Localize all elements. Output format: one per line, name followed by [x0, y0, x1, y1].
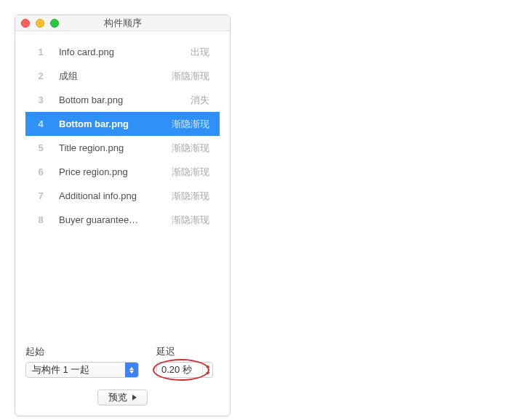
item-index: 7: [33, 190, 49, 201]
step-up-icon[interactable]: [203, 363, 212, 370]
list-item[interactable]: 7 Additional info.png 渐隐渐现: [25, 184, 220, 208]
item-effect: 渐隐渐现: [172, 70, 212, 83]
close-button[interactable]: [21, 19, 30, 28]
list-item[interactable]: 5 Title region.png 渐隐渐现: [25, 136, 220, 160]
preview-button[interactable]: 预览: [97, 389, 148, 405]
titlebar[interactable]: 构件顺序: [15, 15, 230, 31]
traffic-lights: [15, 19, 59, 28]
item-effect: 渐隐渐现: [172, 142, 212, 155]
minimize-button[interactable]: [36, 19, 44, 28]
list-item-selected[interactable]: 4 Bottom bar.png 渐隐渐现: [25, 112, 220, 136]
list-item[interactable]: 3 Bottom bar.png 消失: [25, 88, 220, 112]
item-index: 2: [33, 70, 49, 81]
start-label: 起始: [25, 345, 139, 358]
preview-label: 预览: [108, 391, 127, 404]
list-item[interactable]: 8 Buyer guarantee… 渐隐渐现: [25, 208, 220, 232]
delay-value: 0.20 秒: [161, 363, 192, 376]
item-name: Title region.png: [49, 142, 172, 153]
item-name: Bottom bar.png: [49, 94, 191, 105]
item-index: 4: [33, 118, 49, 129]
list-item[interactable]: 1 Info card.png 出现: [25, 40, 220, 64]
delay-stepper[interactable]: 0.20 秒: [156, 362, 213, 378]
item-name: Bottom bar.png: [49, 118, 172, 129]
preview-row: 预览: [25, 389, 220, 405]
stepper-arrows: [202, 363, 212, 377]
delay-label: 延迟: [156, 345, 213, 358]
item-name: Buyer guarantee…: [49, 214, 172, 225]
item-index: 1: [33, 47, 49, 57]
start-value: 与构件 1 一起: [32, 363, 89, 376]
step-down-icon[interactable]: [203, 370, 212, 377]
zoom-button[interactable]: [50, 19, 59, 28]
controls: 起始 与构件 1 一起 延迟 0.20 秒: [25, 345, 220, 378]
item-index: 6: [33, 166, 49, 177]
item-effect: 渐隐渐现: [172, 214, 212, 227]
start-select[interactable]: 与构件 1 一起: [25, 362, 139, 378]
spacer: [25, 232, 220, 341]
list-item[interactable]: 2 成组 渐隐渐现: [25, 64, 220, 88]
updown-icon: [125, 363, 138, 377]
item-effect: 渐隐渐现: [172, 190, 212, 203]
item-name: Info card.png: [49, 47, 191, 57]
item-index: 8: [33, 214, 49, 225]
start-control: 起始 与构件 1 一起: [25, 345, 139, 378]
list-item[interactable]: 6 Price region.png 渐隐渐现: [25, 160, 220, 184]
item-name: 成组: [49, 70, 172, 83]
item-effect: 消失: [191, 94, 212, 107]
item-index: 3: [33, 94, 49, 105]
item-index: 5: [33, 142, 49, 153]
component-list: 1 Info card.png 出现 2 成组 渐隐渐现 3 Bottom ba…: [25, 40, 220, 232]
item-effect: 出现: [191, 46, 212, 59]
item-name: Price region.png: [49, 166, 172, 177]
delay-control: 延迟 0.20 秒: [156, 345, 213, 378]
item-effect: 渐隐渐现: [172, 166, 212, 179]
window: 构件顺序 1 Info card.png 出现 2 成组 渐隐渐现 3 Bott…: [15, 15, 231, 416]
content: 1 Info card.png 出现 2 成组 渐隐渐现 3 Bottom ba…: [15, 31, 230, 416]
item-name: Additional info.png: [49, 190, 172, 201]
play-icon: [132, 395, 137, 400]
item-effect: 渐隐渐现: [172, 118, 212, 131]
